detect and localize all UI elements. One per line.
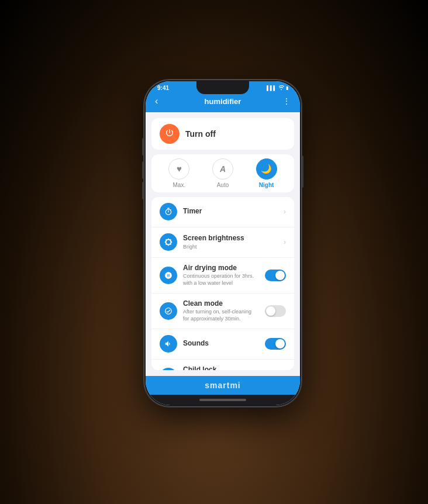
sounds-row: Sounds (151, 329, 294, 360)
child-lock-title: Child lock (183, 365, 259, 371)
mode-night[interactable]: 🌙 Night (256, 158, 277, 188)
mode-selector-card: ♥ Max. A Auto 🌙 Night (151, 154, 294, 192)
clean-mode-row: Clean mode After turning on, self-cleani… (151, 294, 294, 329)
brightness-text: Screen brightness Bright (183, 234, 278, 250)
clean-mode-toggle[interactable] (265, 305, 286, 317)
status-time: 9:41 (157, 85, 169, 91)
app-footer: smartmi (146, 376, 300, 395)
mode-max-icon: ♥ (168, 158, 189, 179)
back-button[interactable]: ‹ (155, 96, 167, 106)
air-drying-toggle-knob (275, 271, 285, 280)
app-header: ‹ humidifier ⋮ (146, 92, 300, 112)
sounds-text: Sounds (183, 339, 259, 348)
clean-mode-title: Clean mode (183, 299, 259, 309)
sounds-title: Sounds (183, 339, 259, 348)
air-drying-text: Air drying mode Continuous operation for… (183, 264, 259, 287)
status-icons: ▌▌▌ ▮ (267, 85, 288, 91)
power-button[interactable] (160, 124, 180, 144)
signal-icon: ▌▌▌ (267, 85, 277, 91)
turn-off-card[interactable]: Turn off (151, 118, 294, 150)
brightness-chevron: › (284, 238, 286, 246)
timer-chevron: › (284, 208, 286, 216)
sounds-toggle[interactable] (265, 338, 286, 350)
footer-logo: smartmi (150, 381, 295, 390)
mode-night-label: Night (259, 182, 274, 188)
home-indicator (146, 395, 300, 405)
power-icon (165, 128, 174, 139)
air-drying-subtitle: Continuous operation for 3hrs. with a lo… (183, 273, 259, 286)
child-lock-icon (160, 368, 177, 370)
settings-card: Timer › Screen brightness B (151, 197, 294, 370)
mode-max-label: Max. (172, 182, 185, 188)
air-drying-row: Air drying mode Continuous operation for… (151, 258, 294, 294)
wifi-icon (278, 85, 284, 91)
air-drying-title: Air drying mode (183, 264, 259, 273)
timer-icon (160, 203, 177, 220)
timer-text: Timer (183, 207, 278, 216)
clean-mode-text: Clean mode After turning on, self-cleani… (183, 299, 259, 323)
home-bar (199, 399, 246, 401)
turn-off-label: Turn off (185, 129, 216, 139)
mode-auto-label: Auto (217, 182, 229, 188)
mode-auto-icon: A (212, 158, 233, 179)
sounds-toggle-knob (275, 339, 285, 348)
timer-title: Timer (183, 207, 278, 216)
more-button[interactable]: ⋮ (279, 96, 291, 106)
header-title: humidifier (167, 97, 279, 106)
brightness-subtitle: Bright (183, 244, 278, 251)
screen-brightness-row[interactable]: Screen brightness Bright › (151, 227, 294, 258)
logo-text: smartmi (205, 381, 240, 390)
mode-max[interactable]: ♥ Max. (168, 158, 189, 188)
brightness-icon (160, 233, 177, 251)
clean-mode-icon (160, 302, 177, 320)
phone-wrapper: 9:41 ▌▌▌ ▮ ‹ humidifier ⋮ (144, 80, 302, 407)
sounds-icon (160, 335, 177, 353)
content-area: Turn off ♥ Max. A Auto 🌙 Night (146, 112, 300, 376)
mode-auto[interactable]: A Auto (212, 158, 233, 188)
phone-shell: 9:41 ▌▌▌ ▮ ‹ humidifier ⋮ (144, 80, 302, 407)
mode-night-icon: 🌙 (256, 158, 277, 179)
child-lock-text: Child lock Button operations are disable… (183, 365, 259, 371)
phone-screen: 9:41 ▌▌▌ ▮ ‹ humidifier ⋮ (146, 81, 300, 405)
clean-mode-subtitle: After turning on, self-cleaning for appr… (183, 309, 259, 322)
air-drying-icon (160, 267, 177, 284)
clean-mode-toggle-knob (266, 306, 275, 316)
brightness-title: Screen brightness (183, 234, 278, 243)
battery-icon: ▮ (286, 85, 288, 91)
child-lock-row: Child lock Button operations are disable… (151, 360, 294, 371)
notch (196, 81, 249, 94)
timer-row[interactable]: Timer › (151, 197, 294, 227)
air-drying-toggle[interactable] (265, 270, 286, 281)
